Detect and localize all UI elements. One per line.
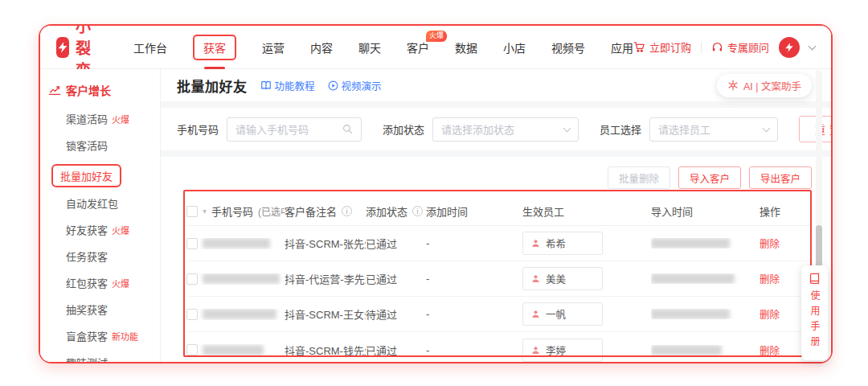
nav-item-workbench[interactable]: 工作台 bbox=[133, 39, 167, 55]
sidebar: 客户增长 渠道活码 火爆 锁客活码 批量加好友 自动发红包 好友获客 火爆 bbox=[40, 69, 161, 362]
import-customers-button[interactable]: 导入客户 bbox=[678, 166, 741, 189]
sidebar-item-fun-test[interactable]: 趣味测试 bbox=[48, 355, 160, 362]
employee-tag: 一帆 bbox=[522, 302, 603, 326]
nav-item-chat[interactable]: 聊天 bbox=[358, 39, 381, 55]
cell-employee: 一帆 bbox=[522, 302, 651, 326]
header-status-label: 添加状态 bbox=[366, 203, 407, 219]
ai-copy-assistant-button[interactable]: AI | 文案助手 bbox=[717, 74, 812, 97]
order-now-button[interactable]: 立即订购 bbox=[633, 39, 691, 55]
nav-item-apps[interactable]: 应用 bbox=[611, 39, 633, 55]
consultant-button[interactable]: 专属顾问 bbox=[711, 39, 769, 55]
header-remark-label: 客户备注名 bbox=[285, 203, 337, 219]
sidebar-section-title: 客户增长 bbox=[66, 82, 111, 98]
phone-filter-group: 手机号码 请输入手机号码 bbox=[177, 117, 362, 142]
sidebar-item-blindbox-acquisition[interactable]: 盲盒获客 新功能 bbox=[48, 328, 160, 343]
phone-filter-label: 手机号码 bbox=[177, 121, 219, 137]
filter-bar: 手机号码 请输入手机号码 添加状态 请选择添加状态 bbox=[161, 108, 831, 150]
row-checkbox[interactable] bbox=[186, 309, 198, 320]
cell-import-time bbox=[651, 309, 760, 319]
phone-search-input[interactable]: 请输入手机号码 bbox=[227, 117, 362, 142]
sidebar-item-redpacket-acquisition[interactable]: 红包获客 火爆 bbox=[48, 275, 160, 290]
sidebar-item-label: 锁客活码 bbox=[66, 138, 108, 153]
table-row: 抖音-代运营-李先生 已通过 - 美美 bbox=[186, 261, 812, 297]
chevron-down-icon[interactable] bbox=[809, 42, 817, 50]
nav-item-customer[interactable]: 客户 火爆 bbox=[407, 39, 429, 55]
consultant-label: 专属顾问 bbox=[727, 39, 769, 55]
employee-filter-label: 员工选择 bbox=[600, 121, 641, 137]
nav-item-data[interactable]: 数据 bbox=[455, 39, 477, 55]
table-row: 抖音-SCRM-张先生 已通过 - 希希 bbox=[186, 226, 812, 261]
header-add-time-label: 添加时间 bbox=[426, 203, 468, 219]
ai-flower-icon bbox=[727, 80, 739, 91]
employee-name: 一帆 bbox=[546, 306, 566, 322]
selected-note: (已选中 bbox=[258, 204, 285, 218]
sidebar-item-auto-redpacket[interactable]: 自动发红包 bbox=[48, 195, 160, 211]
export-customers-button[interactable]: 导出客户 bbox=[749, 166, 812, 189]
header-status: 添加状态 i bbox=[366, 203, 426, 219]
nav-item-video[interactable]: 视频号 bbox=[551, 39, 585, 55]
row-checkbox[interactable] bbox=[186, 344, 198, 355]
status-select[interactable]: 请选择添加状态 bbox=[432, 117, 579, 142]
employee-tag: 希希 bbox=[522, 232, 603, 255]
sidebar-item-batch-add-friends[interactable]: 批量加好友 bbox=[51, 164, 121, 187]
blurred-phone-number bbox=[203, 273, 280, 284]
sidebar-item-lock-code[interactable]: 锁客活码 bbox=[48, 138, 160, 153]
status-filter-label: 添加状态 bbox=[383, 121, 424, 137]
employee-select-placeholder: 请选择员工 bbox=[658, 121, 710, 137]
ai-copy-assistant-label: AI | 文案助手 bbox=[743, 78, 801, 93]
info-icon[interactable]: i bbox=[342, 206, 352, 216]
header-action-label: 操作 bbox=[760, 203, 780, 219]
phone-input-placeholder: 请输入手机号码 bbox=[235, 121, 309, 137]
batch-delete-button[interactable]: 批量删除 bbox=[608, 166, 670, 189]
cell-add-time: - bbox=[426, 273, 522, 285]
user-manual-tab[interactable]: 使用手册 bbox=[801, 265, 828, 360]
hot-badge: 火爆 bbox=[426, 31, 447, 42]
delete-link[interactable]: 删除 bbox=[760, 343, 780, 358]
person-icon bbox=[531, 239, 540, 248]
cell-status: 已通过 bbox=[366, 343, 426, 358]
sidebar-item-label: 任务获客 bbox=[66, 248, 108, 264]
delete-link[interactable]: 删除 bbox=[760, 306, 780, 322]
cell-action: 删除 bbox=[760, 236, 812, 251]
header-action: 操作 bbox=[760, 203, 812, 219]
page-header: 批量加好友 功能教程 视频演示 bbox=[161, 69, 831, 101]
cell-remark: 抖音-代运营-李先生 bbox=[285, 271, 366, 286]
book-icon bbox=[260, 80, 272, 90]
info-icon[interactable]: i bbox=[412, 206, 423, 216]
header-phone: ▾ 手机号码 (已选中 0) bbox=[186, 203, 285, 219]
hot-badge: 火爆 bbox=[112, 224, 129, 236]
status-filter-group: 添加状态 请选择添加状态 bbox=[383, 117, 579, 142]
customers-table: ▾ 手机号码 (已选中 0) 客户备注名 i 添加状态 i bbox=[177, 197, 812, 362]
employee-select[interactable]: 请选择员工 bbox=[649, 117, 778, 142]
sidebar-item-label: 好友获客 bbox=[66, 222, 108, 237]
sidebar-item-channel-code[interactable]: 渠道活码 火爆 bbox=[48, 111, 160, 126]
tutorial-link[interactable]: 功能教程 bbox=[260, 78, 315, 93]
nav-item-shop[interactable]: 小店 bbox=[503, 39, 526, 55]
cell-phone bbox=[186, 309, 285, 320]
nav-item-content[interactable]: 内容 bbox=[310, 39, 333, 55]
headset-icon bbox=[711, 41, 723, 53]
delete-link[interactable]: 删除 bbox=[760, 236, 780, 251]
blurred-import-time bbox=[651, 309, 730, 319]
sidebar-item-label: 趣味测试 bbox=[66, 355, 108, 362]
cell-phone bbox=[186, 273, 285, 285]
avatar[interactable] bbox=[779, 37, 800, 58]
top-navbar: 小裂变 工作台 获客 运营 内容 聊天 客户 火爆 数据 小店 视频号 应用 bbox=[40, 26, 831, 69]
nav-item-acquisition[interactable]: 获客 bbox=[193, 35, 236, 60]
sidebar-item-lottery-acquisition[interactable]: 抽奖获客 bbox=[48, 302, 160, 317]
delete-link[interactable]: 删除 bbox=[760, 271, 780, 286]
person-icon bbox=[531, 310, 540, 318]
divider bbox=[701, 42, 702, 53]
sidebar-item-friend-acquisition[interactable]: 好友获客 火爆 bbox=[48, 222, 160, 237]
sidebar-item-task-acquisition[interactable]: 任务获客 bbox=[48, 248, 160, 264]
caret-down-icon[interactable]: ▾ bbox=[203, 207, 207, 216]
video-demo-link[interactable]: 视频演示 bbox=[328, 78, 382, 93]
person-icon bbox=[531, 274, 540, 283]
select-all-checkbox[interactable] bbox=[186, 206, 198, 217]
nav-item-operation[interactable]: 运营 bbox=[262, 39, 285, 55]
row-checkbox[interactable] bbox=[186, 273, 198, 285]
manual-book-icon bbox=[809, 273, 821, 285]
row-checkbox[interactable] bbox=[186, 238, 198, 249]
status-select-placeholder: 请选择添加状态 bbox=[441, 121, 514, 137]
cell-import-time bbox=[651, 238, 760, 248]
